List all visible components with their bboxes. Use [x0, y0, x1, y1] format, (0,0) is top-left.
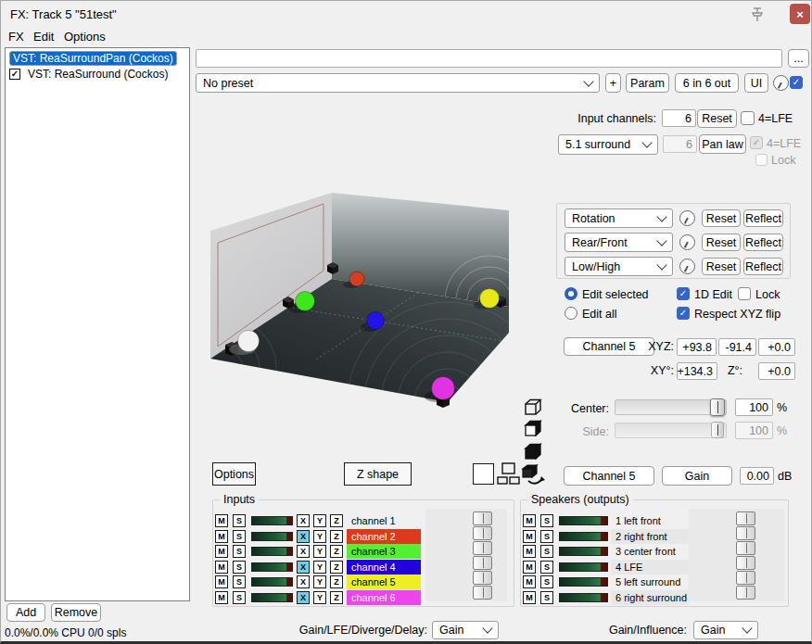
solid-cube-icon[interactable] — [524, 443, 542, 460]
input-solo-button[interactable]: S — [233, 561, 246, 574]
output-solo-button[interactable]: S — [540, 591, 553, 604]
input-mute-button[interactable]: M — [215, 591, 228, 604]
input-channels-field[interactable]: 6 — [662, 109, 696, 127]
output-solo-button[interactable]: S — [540, 514, 553, 527]
input-z-toggle[interactable]: Z — [330, 575, 343, 588]
input-mute-button[interactable]: M — [215, 545, 228, 558]
input-y-toggle[interactable]: Y — [313, 575, 326, 588]
input-z-toggle[interactable]: Z — [330, 545, 343, 558]
rotation-reset-button-3[interactable]: Reset — [702, 258, 741, 275]
input-mute-button[interactable]: M — [215, 514, 228, 527]
input-z-toggle[interactable]: Z — [330, 530, 343, 543]
pos-y-field[interactable]: -91.4 — [718, 338, 756, 356]
rotation-reset-button-1[interactable]: Reset — [702, 209, 741, 227]
rotation-mode-dropdown-2[interactable]: Rear/Front — [565, 233, 673, 252]
input-sliders-area[interactable] — [425, 509, 507, 601]
menu-edit[interactable]: Edit — [33, 30, 54, 44]
input-x-toggle[interactable]: X — [297, 514, 310, 527]
z-shape-button[interactable]: Z shape — [344, 462, 412, 486]
gain-channel-button[interactable]: Channel 5 — [564, 466, 654, 486]
wireframe-cube-icon[interactable] — [524, 398, 542, 415]
input-slider-handle[interactable] — [473, 556, 492, 570]
output-slider-handle[interactable] — [736, 556, 755, 570]
preset-add-button[interactable]: + — [605, 73, 621, 93]
gain-influence-dropdown[interactable]: Gain — [693, 621, 758, 639]
output-solo-button[interactable]: S — [540, 545, 553, 558]
input-channel-label[interactable]: channel 5 — [347, 575, 421, 589]
speaker-layout-dropdown[interactable]: 5.1 surround — [558, 134, 658, 155]
ui-button[interactable]: UI — [744, 73, 768, 93]
edit-all-radio[interactable] — [565, 307, 577, 320]
ball-channel-2[interactable] — [349, 271, 364, 286]
pos-z-field[interactable]: +0.0 — [758, 338, 795, 356]
input-slider-handle[interactable] — [473, 526, 492, 540]
remove-fx-button[interactable]: Remove — [51, 603, 101, 622]
surround-3d-view[interactable] — [207, 184, 540, 499]
input-y-toggle[interactable]: Y — [313, 591, 326, 604]
input-y-toggle[interactable]: Y — [313, 545, 326, 558]
input-channel-label[interactable]: channel 1 — [347, 513, 421, 528]
output-mute-button[interactable]: M — [523, 530, 536, 543]
pos-x-field[interactable]: +93.8 — [677, 338, 717, 356]
square-view-icon[interactable] — [473, 463, 494, 485]
ball-channel-5[interactable] — [480, 289, 500, 309]
input-x-toggle[interactable]: X — [297, 530, 310, 543]
output-solo-button[interactable]: S — [540, 530, 553, 543]
input-y-toggle[interactable]: Y — [313, 514, 326, 527]
rotation-mode-dropdown-1[interactable]: Rotation — [565, 208, 673, 228]
pan-law-button[interactable]: Pan law — [699, 134, 746, 154]
menu-fx[interactable]: FX — [8, 30, 24, 44]
z-angle-field[interactable]: +0.0 — [758, 362, 795, 380]
fx-item-label[interactable]: VST: ReaSurround (Cockos) — [25, 68, 171, 81]
input-channel-label[interactable]: channel 4 — [347, 560, 421, 575]
lfe4-checkbox[interactable] — [741, 111, 755, 125]
input-y-toggle[interactable]: Y — [313, 561, 326, 574]
split-view-icon[interactable] — [497, 461, 521, 486]
title-bar[interactable]: FX: Track 5 "51test" × — [1, 1, 811, 27]
input-solo-button[interactable]: S — [233, 530, 246, 543]
output-solo-button[interactable]: S — [540, 561, 553, 574]
preset-dropdown[interactable]: No preset — [196, 73, 600, 93]
input-solo-button[interactable]: S — [233, 591, 246, 604]
output-mute-button[interactable]: M — [523, 561, 536, 574]
fx-enabled-checkbox[interactable]: ✓ — [9, 69, 20, 80]
1d-edit-checkbox[interactable]: ✓ — [677, 287, 690, 300]
pin-icon[interactable] — [748, 6, 767, 24]
fx-chain-list[interactable]: ✓ VST: ReaSurroundPan (Cockos) ✓ VST: Re… — [5, 47, 190, 601]
lock-edit-checkbox[interactable] — [738, 287, 751, 300]
input-x-toggle[interactable]: X — [297, 591, 310, 604]
input-mute-button[interactable]: M — [215, 575, 228, 588]
rotate-cube-icon[interactable] — [521, 462, 547, 486]
input-slider-handle[interactable] — [473, 586, 492, 600]
rotation-reflect-button-3[interactable]: Reflect — [743, 258, 783, 275]
input-x-toggle[interactable]: X — [297, 545, 310, 558]
rotation-reset-button-2[interactable]: Reset — [702, 234, 741, 251]
reset-channels-button[interactable]: Reset — [697, 109, 737, 128]
fx-item[interactable]: ✓ VST: ReaSurroundPan (Cockos) — [6, 50, 189, 66]
input-y-toggle[interactable]: Y — [313, 530, 326, 543]
input-z-toggle[interactable]: Z — [330, 514, 343, 527]
output-mute-button[interactable]: M — [523, 575, 536, 588]
gain-mode-button[interactable]: Gain — [662, 466, 732, 486]
input-slider-handle[interactable] — [473, 511, 492, 525]
input-slider-handle[interactable] — [473, 571, 492, 585]
output-solo-button[interactable]: S — [540, 575, 553, 588]
input-solo-button[interactable]: S — [233, 514, 246, 527]
output-slider-handle[interactable] — [736, 526, 755, 540]
add-fx-button[interactable]: Add — [6, 603, 45, 622]
input-mute-button[interactable]: M — [215, 561, 228, 574]
fx-comment-input[interactable] — [196, 49, 782, 68]
ball-channel-4[interactable] — [367, 312, 385, 330]
ball-channel-6[interactable] — [432, 377, 455, 400]
input-slider-handle[interactable] — [473, 541, 492, 555]
output-mute-button[interactable]: M — [523, 545, 536, 558]
input-x-toggle[interactable]: X — [297, 561, 310, 574]
center-slider-handle[interactable] — [710, 398, 725, 416]
output-slider-handle[interactable] — [736, 541, 755, 555]
half-filled-cube-icon[interactable] — [524, 420, 542, 436]
ball-channel-1[interactable] — [238, 331, 260, 352]
param-button[interactable]: Param — [626, 73, 669, 93]
options-button[interactable]: Options — [212, 462, 256, 486]
rotation-mode-dropdown-3[interactable]: Low/High — [565, 257, 673, 276]
center-value-field[interactable]: 100 — [735, 398, 773, 416]
